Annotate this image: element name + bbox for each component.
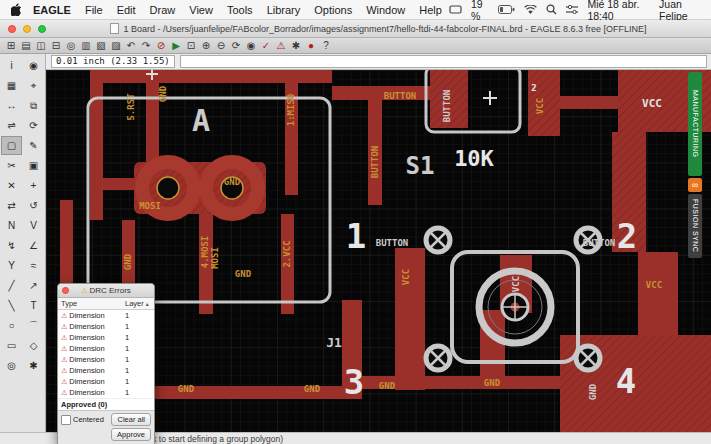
route-tool[interactable]: ╱ xyxy=(1,276,22,295)
approve-button[interactable]: Approve xyxy=(111,428,151,441)
manufacturing-tab[interactable]: MANUFACTURING xyxy=(688,72,702,176)
menu-item[interactable]: Library xyxy=(260,4,308,16)
open-icon[interactable]: ▤ xyxy=(19,39,33,52)
circle-tool[interactable]: ○ xyxy=(1,316,22,335)
record-icon[interactable]: ● xyxy=(304,39,318,52)
zoom-redraw-icon[interactable]: ⟳ xyxy=(229,39,243,52)
zoom-fit-icon[interactable]: ⊡ xyxy=(184,39,198,52)
library-icon[interactable]: ▧ xyxy=(94,39,108,52)
rect-tool[interactable]: ▭ xyxy=(1,336,22,355)
change-tool[interactable]: ✎ xyxy=(23,136,44,155)
column-header-layer[interactable]: Layer ▲ xyxy=(125,299,151,308)
ratsnest-icon[interactable]: ✱ xyxy=(289,39,303,52)
menu-item[interactable]: Tools xyxy=(220,4,260,16)
wifi-icon[interactable] xyxy=(524,5,537,15)
stop-icon[interactable]: ⊘ xyxy=(154,39,168,52)
menubar-user[interactable]: Juan Felipe xyxy=(659,0,701,22)
undo-icon[interactable]: ↶ xyxy=(124,39,138,52)
show-tool[interactable]: ◉ xyxy=(23,56,44,75)
switch-schematic-icon[interactable]: ▥ xyxy=(79,39,93,52)
name-tool[interactable]: N xyxy=(1,216,22,235)
smash-tool[interactable]: ↯ xyxy=(1,236,22,255)
delete-tool[interactable]: ✕ xyxy=(1,176,22,195)
close-window-button[interactable] xyxy=(8,25,16,33)
ripup-tool[interactable]: ↗ xyxy=(23,276,44,295)
display-tool[interactable]: ▦ xyxy=(1,76,22,95)
drc-close-button[interactable] xyxy=(62,287,69,294)
menu-item[interactable]: Options xyxy=(307,4,359,16)
centered-checkbox[interactable] xyxy=(61,415,71,425)
drc-error-row[interactable]: ⚠ Dimension 1 xyxy=(58,376,154,387)
copy-tool[interactable]: ⧉ xyxy=(23,96,44,115)
group-tool[interactable]: ▢ xyxy=(1,136,22,155)
spotlight-icon[interactable] xyxy=(546,4,557,15)
text-tool[interactable]: T xyxy=(23,296,44,315)
drc-error-row[interactable]: ⚠ Dimension 1 xyxy=(58,354,154,365)
zoom-in-icon[interactable]: ⊕ xyxy=(199,39,213,52)
clear-all-button[interactable]: Clear all xyxy=(111,413,151,426)
column-header-type[interactable]: Type xyxy=(61,299,125,308)
error-type: Dimension xyxy=(69,344,125,353)
drc-error-row[interactable]: ⚠ Dimension 1 xyxy=(58,310,154,321)
errors-icon[interactable]: ⚠ xyxy=(274,39,288,52)
apple-menu-icon[interactable] xyxy=(8,3,24,16)
menu-item[interactable]: Help xyxy=(412,4,449,16)
mark-tool[interactable]: ⌖ xyxy=(23,76,44,95)
drc-error-row[interactable]: ⚠ Dimension 1 xyxy=(58,332,154,343)
cut-tool[interactable]: ✂ xyxy=(1,156,22,175)
drc-error-row[interactable]: ⚠ Dimension 1 xyxy=(58,343,154,354)
zoom-window-button[interactable] xyxy=(38,25,46,33)
window-titlebar[interactable]: 1 Board - /Users/juanfelipe/FABcolor_Bor… xyxy=(0,20,711,38)
arc-tool[interactable]: ⌒ xyxy=(23,316,44,335)
grid-icon[interactable]: ⊞ xyxy=(4,39,18,52)
menu-item[interactable]: File xyxy=(78,4,110,16)
menu-item[interactable]: Draw xyxy=(143,4,183,16)
minimize-window-button[interactable] xyxy=(23,25,31,33)
menu-item[interactable]: View xyxy=(182,4,220,16)
print-icon[interactable]: ⊟ xyxy=(49,39,63,52)
wire-tool[interactable]: ╲ xyxy=(1,296,22,315)
drc-error-row[interactable]: ⚠ Dimension 1 xyxy=(58,387,154,398)
zoom-select-icon[interactable]: ◉ xyxy=(244,39,258,52)
traffic-lights xyxy=(0,25,46,33)
save-icon[interactable]: ◫ xyxy=(34,39,48,52)
menu-item[interactable]: EAGLE xyxy=(26,4,78,16)
drc-errors-window[interactable]: ⚠ DRC Errors Type Layer ▲ ⚠ Dimension 1 … xyxy=(57,283,155,444)
move-tool[interactable]: ↔ xyxy=(1,96,22,115)
add-tool[interactable]: + xyxy=(23,176,44,195)
zoom-out-icon[interactable]: ⊖ xyxy=(214,39,228,52)
via-tool[interactable]: ◎ xyxy=(1,356,22,375)
drc-window-titlebar[interactable]: ⚠ DRC Errors xyxy=(58,284,154,298)
display-status-icon[interactable] xyxy=(449,5,462,15)
drc-icon[interactable]: ✓ xyxy=(259,39,273,52)
info-tool[interactable]: i xyxy=(1,56,22,75)
replace-tool[interactable]: ↺ xyxy=(23,196,44,215)
paste-tool[interactable]: ▣ xyxy=(23,156,44,175)
drc-error-row[interactable]: ⚠ Dimension 1 xyxy=(58,365,154,376)
control-center-icon[interactable] xyxy=(566,5,578,14)
fusion-sync-icon[interactable]: ∞ xyxy=(688,178,702,192)
centered-checkbox-wrap[interactable]: Centered xyxy=(61,415,104,425)
cam-processor-icon[interactable]: ◎ xyxy=(64,39,78,52)
go-icon[interactable]: ▶ xyxy=(169,39,183,52)
drc-error-row[interactable]: ⚠ Dimension 1 xyxy=(58,321,154,332)
run-script-icon[interactable]: ▨ xyxy=(109,39,123,52)
menu-item[interactable]: Window xyxy=(359,4,412,16)
menubar-datetime[interactable]: Mié 18 abr. 18:40 xyxy=(587,0,650,22)
drc-approved-group[interactable]: Approved (0) xyxy=(58,398,154,410)
optimize-tool[interactable]: ≈ xyxy=(23,256,44,275)
mirror-tool[interactable]: ⇌ xyxy=(1,116,22,135)
value-tool[interactable]: V xyxy=(23,216,44,235)
polygon-tool[interactable]: ◇ xyxy=(23,336,44,355)
redo-icon[interactable]: ↷ xyxy=(139,39,153,52)
rotate-tool[interactable]: ⟳ xyxy=(23,116,44,135)
menu-item[interactable]: Edit xyxy=(110,4,143,16)
command-line-input[interactable] xyxy=(180,55,707,68)
battery-icon[interactable] xyxy=(498,5,515,14)
pinswap-tool[interactable]: ⇄ xyxy=(1,196,22,215)
help-icon[interactable]: ? xyxy=(319,39,333,52)
fusion-sync-tab[interactable]: FUSION SYNC xyxy=(688,194,702,258)
ratsnest-tool[interactable]: ✱ xyxy=(23,356,44,375)
split-tool[interactable]: Y xyxy=(1,256,22,275)
miter-tool[interactable]: ∠ xyxy=(23,236,44,255)
